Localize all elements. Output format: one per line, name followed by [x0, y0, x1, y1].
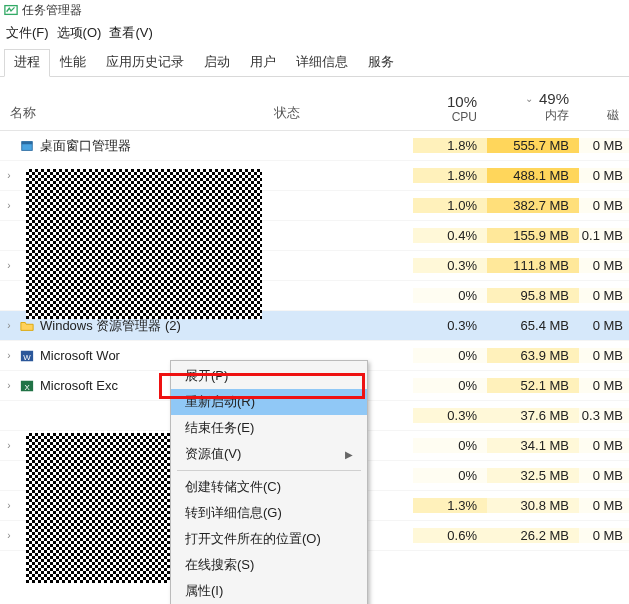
context-menu-item[interactable]: 结束任务(E) — [171, 415, 367, 441]
context-menu-label: 展开(P) — [185, 367, 228, 385]
cpu-cell: 0.3% — [413, 318, 487, 333]
tab-services[interactable]: 服务 — [358, 49, 404, 77]
titlebar: 任务管理器 — [0, 0, 629, 20]
header-cpu-label: CPU — [413, 110, 477, 124]
process-name: 桌面窗口管理器 — [36, 137, 413, 155]
context-menu-label: 资源值(V) — [185, 445, 241, 463]
disk-cell: 0 MB — [579, 498, 629, 513]
context-menu-label: 打开文件所在的位置(O) — [185, 530, 321, 548]
disk-cell: 0 MB — [579, 438, 629, 453]
process-name: Windows 资源管理器 (2) — [36, 317, 413, 335]
svg-text:X: X — [24, 382, 30, 391]
header-mem-pct: 49% — [539, 90, 569, 107]
tab-strip: 进程 性能 应用历史记录 启动 用户 详细信息 服务 — [0, 48, 629, 77]
svg-rect-2 — [22, 141, 33, 144]
cpu-cell: 0.3% — [413, 408, 487, 423]
expand-toggle[interactable]: › — [0, 260, 18, 271]
svg-text:W: W — [23, 352, 31, 361]
expand-toggle[interactable]: › — [0, 440, 18, 451]
context-menu: 展开(P)重新启动(R)结束任务(E)资源值(V)▶创建转储文件(C)转到详细信… — [170, 360, 368, 604]
disk-cell: 0.1 MB — [579, 228, 629, 243]
context-menu-label: 结束任务(E) — [185, 419, 254, 437]
header-cpu[interactable]: 10% CPU — [413, 87, 487, 130]
context-menu-item[interactable]: 资源值(V)▶ — [171, 441, 367, 467]
cpu-cell: 0% — [413, 348, 487, 363]
cpu-cell: 0.4% — [413, 228, 487, 243]
disk-cell: 0 MB — [579, 348, 629, 363]
memory-cell: 555.7 MB — [487, 138, 579, 153]
disk-cell: 0 MB — [579, 198, 629, 213]
cpu-cell: 0% — [413, 378, 487, 393]
table-row[interactable]: 桌面窗口管理器1.8%555.7 MB0 MB — [0, 131, 629, 161]
header-memory[interactable]: ⌄49% 内存 — [487, 84, 579, 130]
tab-details[interactable]: 详细信息 — [286, 49, 358, 77]
context-menu-item[interactable]: 展开(P) — [171, 363, 367, 389]
memory-cell: 155.9 MB — [487, 228, 579, 243]
tab-processes[interactable]: 进程 — [4, 49, 50, 77]
excel-icon: X — [18, 379, 36, 393]
window-icon — [18, 139, 36, 153]
menu-file[interactable]: 文件(F) — [6, 24, 49, 42]
task-manager-icon — [4, 3, 18, 17]
disk-cell: 0 MB — [579, 168, 629, 183]
chevron-down-icon: ⌄ — [525, 93, 533, 104]
disk-cell: 0.3 MB — [579, 408, 629, 423]
memory-cell: 32.5 MB — [487, 468, 579, 483]
tab-performance[interactable]: 性能 — [50, 49, 96, 77]
expand-toggle[interactable]: › — [0, 530, 18, 541]
memory-cell: 34.1 MB — [487, 438, 579, 453]
context-menu-label: 在线搜索(S) — [185, 556, 254, 574]
memory-cell: 382.7 MB — [487, 198, 579, 213]
context-menu-label: 转到详细信息(G) — [185, 504, 282, 522]
tab-users[interactable]: 用户 — [240, 49, 286, 77]
header-disk[interactable]: 磁 — [579, 101, 629, 130]
memory-cell: 26.2 MB — [487, 528, 579, 543]
tab-startup[interactable]: 启动 — [194, 49, 240, 77]
context-menu-label: 属性(I) — [185, 582, 223, 600]
expand-toggle[interactable]: › — [0, 320, 18, 331]
expand-toggle[interactable]: › — [0, 380, 18, 391]
cpu-cell: 1.8% — [413, 138, 487, 153]
tab-app-history[interactable]: 应用历史记录 — [96, 49, 194, 77]
disk-cell: 0 MB — [579, 378, 629, 393]
header-status[interactable]: 状态 — [268, 104, 413, 130]
context-menu-label: 创建转储文件(C) — [185, 478, 281, 496]
disk-cell: 0 MB — [579, 258, 629, 273]
folder-icon — [18, 319, 36, 333]
context-menu-item[interactable]: 属性(I) — [171, 578, 367, 604]
memory-cell: 52.1 MB — [487, 378, 579, 393]
context-menu-item[interactable]: 创建转储文件(C) — [171, 474, 367, 500]
memory-cell: 63.9 MB — [487, 348, 579, 363]
memory-cell: 488.1 MB — [487, 168, 579, 183]
context-menu-item[interactable]: 打开文件所在的位置(O) — [171, 526, 367, 552]
expand-toggle[interactable]: › — [0, 500, 18, 511]
expand-toggle[interactable]: › — [0, 350, 18, 361]
cpu-cell: 1.0% — [413, 198, 487, 213]
disk-cell: 0 MB — [579, 318, 629, 333]
context-menu-item[interactable]: 在线搜索(S) — [171, 552, 367, 578]
memory-cell: 37.6 MB — [487, 408, 579, 423]
chevron-right-icon: ▶ — [345, 449, 353, 460]
menu-separator — [177, 470, 361, 471]
header-disk-label: 磁 — [579, 107, 619, 124]
context-menu-item[interactable]: 转到详细信息(G) — [171, 500, 367, 526]
cpu-cell: 0% — [413, 468, 487, 483]
header-mem-label: 内存 — [487, 107, 569, 124]
menu-options[interactable]: 选项(O) — [57, 24, 102, 42]
menubar: 文件(F) 选项(O) 查看(V) — [0, 20, 629, 48]
word-icon: W — [18, 349, 36, 363]
menu-view[interactable]: 查看(V) — [109, 24, 152, 42]
window-title: 任务管理器 — [22, 2, 82, 19]
disk-cell: 0 MB — [579, 138, 629, 153]
cpu-cell: 0% — [413, 438, 487, 453]
context-menu-label: 重新启动(R) — [185, 393, 255, 411]
cpu-cell: 1.3% — [413, 498, 487, 513]
disk-cell: 0 MB — [579, 528, 629, 543]
header-name[interactable]: 名称 — [0, 104, 268, 130]
disk-cell: 0 MB — [579, 468, 629, 483]
context-menu-item[interactable]: 重新启动(R) — [171, 389, 367, 415]
expand-toggle[interactable]: › — [0, 200, 18, 211]
expand-toggle[interactable]: › — [0, 170, 18, 181]
memory-cell: 65.4 MB — [487, 318, 579, 333]
cpu-cell: 1.8% — [413, 168, 487, 183]
